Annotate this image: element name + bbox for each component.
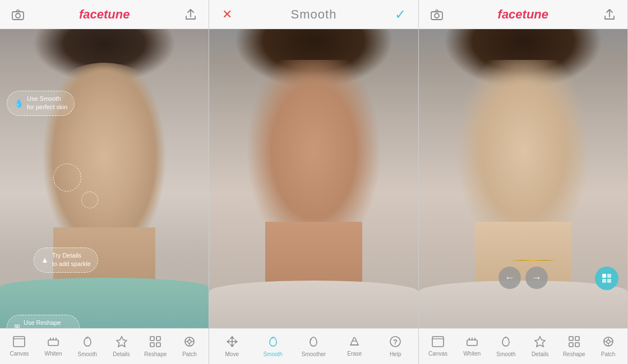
tool-canvas-left[interactable]: Canvas — [6, 334, 33, 359]
smooth-active-icon — [267, 335, 279, 349]
details-icon-right — [534, 335, 546, 349]
right-image-area[interactable]: ← → — [419, 29, 627, 328]
whiten-icon-right — [466, 336, 478, 349]
svg-point-39 — [607, 340, 610, 343]
svg-rect-10 — [150, 343, 154, 347]
canvas-label-right: Canvas — [428, 351, 447, 357]
panel-title: Smooth — [291, 7, 337, 22]
svg-point-23 — [435, 13, 439, 18]
svg-rect-8 — [150, 337, 154, 340]
next-arrow[interactable]: → — [525, 267, 548, 289]
svg-point-1 — [16, 13, 20, 18]
whiten-label-right: Whiten — [463, 351, 481, 357]
smooth-label-right: Smooth — [496, 351, 515, 357]
move-icon — [226, 335, 238, 349]
smoother-icon — [307, 335, 320, 349]
left-topbar: facetune — [0, 0, 209, 29]
erase-icon — [348, 336, 361, 349]
help-label: Help — [390, 351, 401, 357]
tool-smooth-mid[interactable]: Smooth — [260, 333, 287, 360]
reshape-icon-right — [568, 335, 580, 349]
svg-rect-27 — [607, 279, 611, 283]
left-toolbar: Canvas Whiten Smooth Details Reshape — [0, 328, 209, 364]
right-toolbar: Canvas Whiten Smooth Details Reshape — [419, 328, 627, 364]
tool-smoother-mid[interactable]: Smoother — [300, 333, 327, 360]
right-panel: facetune ← → — [419, 0, 628, 364]
smooth-mid-label: Smooth — [263, 351, 282, 357]
svg-rect-25 — [607, 274, 611, 278]
tool-whiten-left[interactable]: Whiten — [40, 334, 67, 359]
share-icon-right[interactable] — [601, 6, 618, 24]
middle-image-area[interactable] — [209, 29, 418, 328]
tool-reshape-right[interactable]: Reshape — [561, 333, 588, 360]
prev-arrow[interactable]: ← — [498, 267, 521, 289]
svg-text:?: ? — [393, 338, 398, 346]
reshape-label: Reshape — [144, 351, 167, 357]
help-icon: ? — [389, 335, 401, 349]
details-icon — [116, 335, 127, 349]
patch-icon-right — [602, 335, 615, 349]
smooth-icon — [81, 335, 94, 349]
whiten-label: Whiten — [45, 351, 62, 357]
camera-icon-right[interactable] — [428, 6, 446, 24]
tool-patch-right[interactable]: Patch — [595, 333, 622, 360]
svg-rect-29 — [467, 340, 477, 346]
left-panel: facetune 💧 Use Smoothfor perfec — [0, 0, 209, 364]
whiten-icon — [47, 336, 59, 349]
svg-rect-3 — [48, 340, 58, 346]
tool-smooth-left[interactable]: Smooth — [74, 333, 101, 360]
erase-label: Erase — [347, 351, 362, 357]
right-topbar: facetune — [419, 0, 627, 29]
tool-details-right[interactable]: Details — [527, 333, 553, 360]
move-label: Move — [225, 351, 239, 357]
svg-point-13 — [188, 340, 191, 343]
smoother-label: Smoother — [302, 351, 326, 357]
details-label-right: Details — [532, 351, 549, 357]
svg-rect-11 — [156, 343, 160, 347]
camera-icon-left[interactable] — [9, 6, 27, 24]
svg-rect-26 — [602, 279, 606, 283]
cancel-button[interactable]: ✕ — [218, 6, 236, 24]
svg-rect-28 — [432, 337, 444, 347]
svg-rect-35 — [575, 337, 579, 340]
patch-label-right: Patch — [601, 351, 616, 357]
reshape-icon — [149, 335, 161, 349]
tool-canvas-right[interactable]: Canvas — [424, 334, 451, 359]
canvas-icon-right — [432, 336, 444, 349]
tool-move-mid[interactable]: Move — [219, 333, 246, 360]
patch-label: Patch — [182, 351, 197, 357]
middle-topbar: ✕ Smooth ✓ — [209, 0, 418, 29]
svg-rect-36 — [569, 343, 573, 347]
logo-left: facetune — [79, 7, 130, 22]
nav-arrows: ← → — [498, 267, 548, 289]
fab-button[interactable] — [595, 267, 618, 290]
smooth-icon-right — [500, 335, 512, 349]
smooth-label: Smooth — [78, 351, 97, 357]
tool-whiten-right[interactable]: Whiten — [459, 334, 486, 359]
middle-toolbar: Move Smooth Smoother Erase ? Help — [209, 328, 418, 364]
tool-smooth-right[interactable]: Smooth — [492, 333, 519, 360]
confirm-button[interactable]: ✓ — [391, 6, 409, 24]
patch-icon — [183, 335, 196, 349]
svg-marker-33 — [535, 337, 545, 347]
tool-details-left[interactable]: Details — [108, 333, 135, 360]
share-icon-left[interactable] — [182, 6, 200, 24]
canvas-label: Canvas — [10, 351, 29, 357]
svg-marker-7 — [117, 337, 127, 347]
left-image-area: 💧 Use Smoothfor perfect skin ▲ Try Detai… — [0, 29, 209, 328]
details-label: Details — [113, 351, 130, 357]
svg-rect-2 — [13, 337, 25, 347]
middle-panel: ✕ Smooth ✓ Move Smooth — [209, 0, 418, 364]
svg-rect-24 — [602, 274, 606, 278]
tool-reshape-left[interactable]: Reshape — [142, 333, 169, 360]
svg-rect-9 — [156, 337, 160, 340]
svg-rect-34 — [569, 337, 573, 340]
tool-erase-mid[interactable]: Erase — [341, 334, 368, 359]
logo-right: facetune — [498, 7, 549, 22]
tool-patch-left[interactable]: Patch — [176, 333, 203, 360]
canvas-icon — [13, 336, 25, 349]
svg-rect-37 — [575, 343, 579, 347]
tool-help-mid[interactable]: ? Help — [382, 333, 409, 360]
reshape-label-right: Reshape — [563, 351, 585, 357]
